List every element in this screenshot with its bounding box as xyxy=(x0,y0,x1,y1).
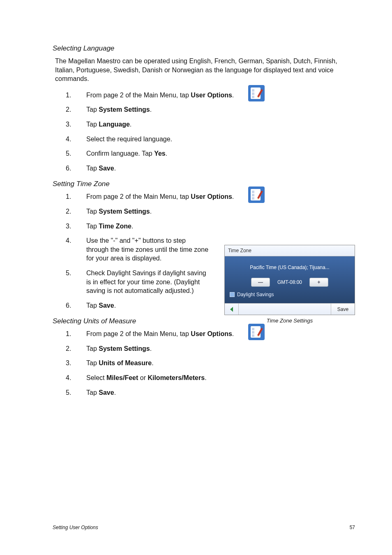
tz-plus-button[interactable]: + xyxy=(309,278,328,287)
checkbox-icon[interactable] xyxy=(230,292,235,297)
tz-body: Pacific Time (US Canada); Tijuana... — G… xyxy=(225,256,355,303)
section-title-timezone: Setting Time Zone xyxy=(53,180,355,188)
step-text: Select Miles/Feet or Kilometers/Meters. xyxy=(86,373,355,382)
svg-rect-12 xyxy=(252,328,254,330)
document-page: Selecting Language The Magellan Maestro … xyxy=(0,0,392,555)
language-steps: 1. From page 2 of the Main Menu, tap Use… xyxy=(53,91,355,173)
step-number: 2. xyxy=(66,344,75,353)
tz-figure-caption: Time Zone Settings xyxy=(224,318,355,324)
tz-daylight-label: Daylight Savings xyxy=(237,292,274,297)
tz-footer: Save xyxy=(225,303,355,315)
page-footer: Setting User Options 57 xyxy=(53,525,355,530)
tz-minus-button[interactable]: — xyxy=(251,278,270,287)
tz-window-title: Time Zone xyxy=(225,245,355,256)
section-title-language: Selecting Language xyxy=(53,44,355,53)
svg-rect-4 xyxy=(252,96,254,98)
step-text: From page 2 of the Main Menu, tap User O… xyxy=(86,192,355,201)
svg-rect-3 xyxy=(252,92,254,95)
footer-page-number: 57 xyxy=(350,525,355,530)
svg-rect-8 xyxy=(252,194,254,196)
step-text: Tap Time Zone. xyxy=(86,222,210,231)
step-number: 1. xyxy=(66,91,75,100)
step-text: Tap System Settings. xyxy=(86,105,355,114)
step-text: From page 2 of the Main Menu, tap User O… xyxy=(86,91,355,100)
step-number: 6. xyxy=(66,164,75,173)
step-number: 1. xyxy=(66,192,75,201)
svg-rect-14 xyxy=(252,334,254,337)
user-options-icon xyxy=(247,186,265,206)
units-steps: 1. From page 2 of the Main Menu, tap Use… xyxy=(53,329,355,397)
user-options-icon xyxy=(247,84,265,105)
step-text: Use the "-" and "+" buttons to step thro… xyxy=(86,236,210,263)
step-text: Tap Save. xyxy=(86,301,210,310)
back-arrow-icon xyxy=(229,306,235,312)
tz-save-button[interactable]: Save xyxy=(331,304,355,315)
language-intro: The Magellan Maestro can be operated usi… xyxy=(53,57,355,83)
footer-section: Setting User Options xyxy=(53,525,98,530)
step-text: Tap Language. xyxy=(86,120,355,129)
step-number: 5. xyxy=(66,149,75,158)
step-text: Tap System Settings. xyxy=(86,207,355,216)
step-number: 6. xyxy=(66,301,75,310)
svg-rect-2 xyxy=(252,89,254,92)
timezone-device-screen: Time Zone Pacific Time (US Canada); Tiju… xyxy=(224,245,355,315)
step-text: Tap Save. xyxy=(86,388,355,397)
step-number: 5. xyxy=(66,269,75,295)
step-text: Tap Save. xyxy=(86,164,355,173)
step-number: 4. xyxy=(66,373,75,382)
step-number: 5. xyxy=(66,388,75,397)
step-text: Tap Units of Measure. xyxy=(86,359,355,368)
tz-zone-name: Pacific Time (US Canada); Tijuana... xyxy=(228,260,351,278)
step-number: 3. xyxy=(66,222,75,231)
step-number: 2. xyxy=(66,105,75,114)
step-number: 3. xyxy=(66,359,75,368)
timezone-screenshot-figure: Time Zone Pacific Time (US Canada); Tiju… xyxy=(224,245,355,324)
step-text: Check Daylight Savings if daylight savin… xyxy=(86,269,210,295)
step-number: 4. xyxy=(66,135,75,144)
step-number: 3. xyxy=(66,120,75,129)
step-number: 2. xyxy=(66,207,75,216)
svg-rect-9 xyxy=(252,197,254,200)
step-text: Tap System Settings. xyxy=(86,344,355,353)
step-text: Select the required language. xyxy=(86,135,355,144)
step-number: 1. xyxy=(66,329,75,339)
step-text: From page 2 of the Main Menu, tap User O… xyxy=(86,329,355,339)
tz-back-button[interactable] xyxy=(225,304,239,315)
step-number: 4. xyxy=(66,236,75,263)
tz-adjust-row: — GMT-08:00 + xyxy=(228,278,351,287)
tz-gmt-value: GMT-08:00 xyxy=(277,279,302,285)
tz-daylight-row[interactable]: Daylight Savings xyxy=(228,291,351,300)
svg-rect-13 xyxy=(252,331,254,334)
svg-rect-7 xyxy=(252,191,254,193)
step-text: Confirm language. Tap Yes. xyxy=(86,149,355,158)
user-options-icon xyxy=(247,323,265,343)
